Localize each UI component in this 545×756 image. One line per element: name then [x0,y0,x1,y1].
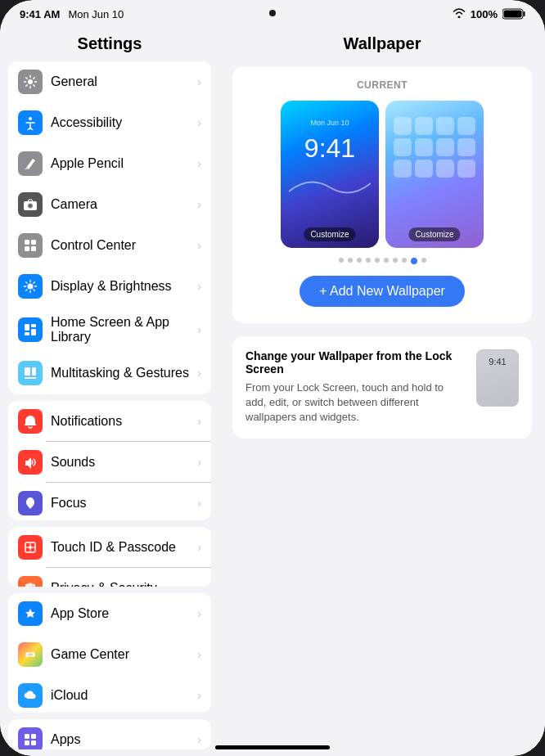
apps-label: Apps [51,732,80,747]
sidebar-title: Settings [0,25,219,61]
focus-icon [18,491,43,515]
sidebar-item-apple-pencil[interactable]: Apple Pencil › [8,143,211,184]
device-frame: 9:41 AM Mon Jun 10 100% Settings [0,0,545,756]
notifications-chevron: › [197,415,201,428]
home-icon-5 [394,138,412,156]
sidebar-item-control-center[interactable]: Control Center › [8,225,211,266]
privacy-icon [18,576,43,587]
sidebar-item-search[interactable]: Search › [8,394,211,394]
home-icon-9 [394,160,412,178]
dot-1[interactable] [348,258,353,263]
sidebar-item-general[interactable]: General › [8,61,211,102]
dot-3[interactable] [366,258,371,263]
dot-8-active[interactable] [411,258,417,264]
svg-rect-2 [504,11,522,18]
settings-group-4: App Store › Game Center › iCloud › [8,593,211,713]
home-icon-1 [394,117,412,135]
icloud-chevron: › [197,689,201,702]
home-icon-12 [457,160,475,178]
apps-chevron: › [197,733,201,746]
home-indicator[interactable] [215,745,330,749]
sidebar-item-game-center[interactable]: Game Center › [8,634,211,675]
wallpaper-card: CURRENT Mon Jun 10 9:41 Customize [232,66,532,323]
home-screen-preview[interactable]: Customize [385,101,484,248]
wallpaper-previews: Mon Jun 10 9:41 Customize [245,101,519,248]
svg-point-12 [28,284,34,290]
sidebar-item-notifications[interactable]: Notifications › [8,401,211,442]
info-card: Change your Wallpaper from the Lock Scre… [232,336,532,439]
app-store-label: App Store [51,606,109,621]
sidebar-item-touch-id[interactable]: Touch ID & Passcode › [8,527,211,568]
notifications-icon [18,409,43,434]
sounds-label: Sounds [51,455,95,470]
settings-group-2: Notifications › Sounds › Focus › [8,401,211,520]
lock-time: 9:41 [304,133,355,164]
control-center-icon [18,233,43,258]
main-content: Settings General › Accessibility › [0,25,545,756]
sidebar-item-apps[interactable]: Apps › [8,719,211,749]
game-center-icon [18,642,43,667]
general-chevron: › [197,75,201,88]
svg-point-3 [28,79,33,84]
info-title: Change your Wallpaper from the Lock Scre… [245,349,465,376]
sidebar-item-icloud[interactable]: iCloud › [8,675,211,713]
svg-rect-1 [524,11,525,16]
lock-screen-decoration [289,167,371,200]
sidebar-item-multitasking[interactable]: Multitasking & Gestures › [8,353,211,394]
camera-chevron: › [197,198,201,211]
sidebar-item-home-screen[interactable]: Home Screen & App Library › [8,307,211,353]
svg-rect-16 [31,329,36,335]
apple-pencil-icon [18,151,43,176]
camera-icon [18,192,43,217]
home-screen-chevron: › [197,323,201,336]
dot-0[interactable] [339,258,344,263]
dot-2[interactable] [357,258,362,263]
svg-rect-8 [25,240,29,245]
svg-rect-34 [31,740,36,745]
svg-rect-9 [31,240,36,245]
svg-rect-10 [25,246,29,251]
svg-rect-14 [31,324,36,327]
dot-4[interactable] [375,258,380,263]
display-brightness-icon [18,274,43,299]
svg-rect-32 [31,734,36,739]
focus-chevron: › [197,497,201,510]
sidebar-item-privacy[interactable]: Privacy & Security › [8,568,211,587]
svg-rect-15 [25,332,29,335]
wallpaper-panel: Wallpaper CURRENT Mon Jun 10 9:41 [219,25,545,756]
apple-pencil-label: Apple Pencil [51,156,124,171]
panel-title: Wallpaper [219,25,545,66]
home-icon-11 [436,160,454,178]
svg-rect-13 [25,324,29,331]
sidebar-item-focus[interactable]: Focus › [8,483,211,520]
home-icon-10 [415,160,433,178]
dot-6[interactable] [393,258,398,263]
dot-7[interactable] [402,258,407,263]
svg-rect-19 [25,377,36,379]
svg-point-7 [29,205,32,207]
privacy-label: Privacy & Security [51,581,157,587]
sidebar-item-accessibility[interactable]: Accessibility › [8,102,211,143]
sidebar-item-display-brightness[interactable]: Display & Brightness › [8,266,211,307]
display-brightness-chevron: › [197,280,201,293]
sidebar-item-sounds[interactable]: Sounds › [8,442,211,483]
lock-screen-preview[interactable]: Mon Jun 10 9:41 Customize [281,101,379,248]
sidebar-item-app-store[interactable]: App Store › [8,593,211,634]
dot-5[interactable] [384,258,389,263]
status-bar: 9:41 AM Mon Jun 10 100% [0,0,545,25]
home-icon-3 [436,117,454,135]
svg-rect-17 [25,367,30,376]
dot-9[interactable] [421,258,426,263]
add-wallpaper-button[interactable]: + Add New Wallpaper [300,276,465,307]
home-icon-8 [457,138,475,156]
control-center-chevron: › [197,239,201,252]
home-customize-button[interactable]: Customize [408,227,460,241]
lock-screen-bg: Mon Jun 10 9:41 [281,101,379,248]
touch-id-label: Touch ID & Passcode [51,540,176,555]
lock-customize-button[interactable]: Customize [304,227,355,241]
general-icon [18,70,43,94]
status-date: Mon Jun 10 [68,8,124,20]
sidebar-item-camera[interactable]: Camera › [8,184,211,225]
multitasking-icon [18,361,43,385]
accessibility-label: Accessibility [51,115,122,130]
